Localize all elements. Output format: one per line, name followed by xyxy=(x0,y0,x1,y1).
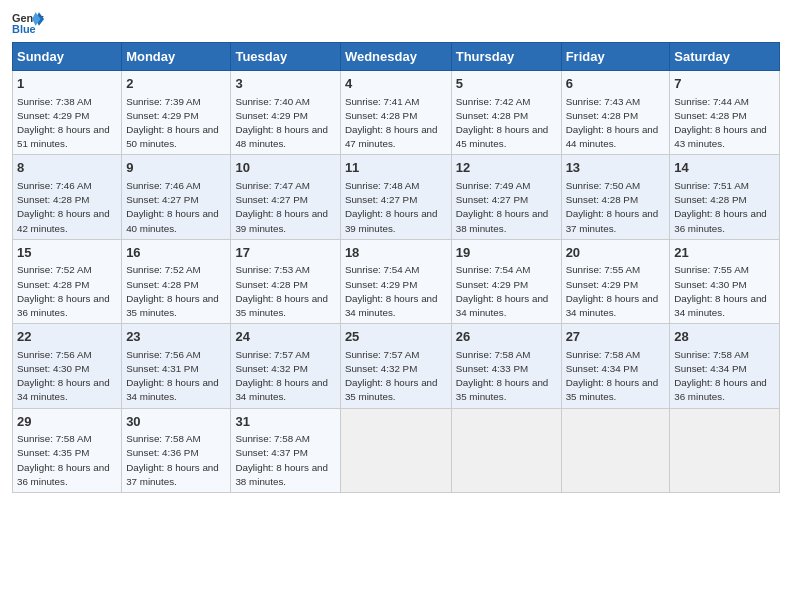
day-number: 12 xyxy=(456,159,557,177)
day-info: Sunrise: 7:55 AMSunset: 4:29 PMDaylight:… xyxy=(566,264,659,318)
day-info: Sunrise: 7:58 AMSunset: 4:34 PMDaylight:… xyxy=(674,349,767,403)
day-info: Sunrise: 7:46 AMSunset: 4:28 PMDaylight:… xyxy=(17,180,110,234)
calendar-cell: 23Sunrise: 7:56 AMSunset: 4:31 PMDayligh… xyxy=(122,324,231,408)
day-info: Sunrise: 7:48 AMSunset: 4:27 PMDaylight:… xyxy=(345,180,438,234)
svg-text:Blue: Blue xyxy=(12,23,36,35)
calendar-cell: 31Sunrise: 7:58 AMSunset: 4:37 PMDayligh… xyxy=(231,408,340,492)
day-info: Sunrise: 7:40 AMSunset: 4:29 PMDaylight:… xyxy=(235,96,328,150)
calendar-cell xyxy=(451,408,561,492)
day-info: Sunrise: 7:58 AMSunset: 4:36 PMDaylight:… xyxy=(126,433,219,487)
day-number: 7 xyxy=(674,75,775,93)
day-info: Sunrise: 7:53 AMSunset: 4:28 PMDaylight:… xyxy=(235,264,328,318)
day-info: Sunrise: 7:50 AMSunset: 4:28 PMDaylight:… xyxy=(566,180,659,234)
day-info: Sunrise: 7:56 AMSunset: 4:30 PMDaylight:… xyxy=(17,349,110,403)
calendar-cell: 7Sunrise: 7:44 AMSunset: 4:28 PMDaylight… xyxy=(670,71,780,155)
day-info: Sunrise: 7:54 AMSunset: 4:29 PMDaylight:… xyxy=(456,264,549,318)
day-number: 3 xyxy=(235,75,335,93)
day-header-saturday: Saturday xyxy=(670,43,780,71)
day-number: 17 xyxy=(235,244,335,262)
calendar-cell: 19Sunrise: 7:54 AMSunset: 4:29 PMDayligh… xyxy=(451,239,561,323)
day-header-monday: Monday xyxy=(122,43,231,71)
day-info: Sunrise: 7:38 AMSunset: 4:29 PMDaylight:… xyxy=(17,96,110,150)
calendar-cell: 26Sunrise: 7:58 AMSunset: 4:33 PMDayligh… xyxy=(451,324,561,408)
day-header-friday: Friday xyxy=(561,43,670,71)
calendar-cell: 6Sunrise: 7:43 AMSunset: 4:28 PMDaylight… xyxy=(561,71,670,155)
calendar-cell: 17Sunrise: 7:53 AMSunset: 4:28 PMDayligh… xyxy=(231,239,340,323)
calendar-week-2: 8Sunrise: 7:46 AMSunset: 4:28 PMDaylight… xyxy=(13,155,780,239)
calendar-week-5: 29Sunrise: 7:58 AMSunset: 4:35 PMDayligh… xyxy=(13,408,780,492)
calendar-cell: 30Sunrise: 7:58 AMSunset: 4:36 PMDayligh… xyxy=(122,408,231,492)
day-number: 10 xyxy=(235,159,335,177)
day-info: Sunrise: 7:39 AMSunset: 4:29 PMDaylight:… xyxy=(126,96,219,150)
day-number: 22 xyxy=(17,328,117,346)
day-number: 13 xyxy=(566,159,666,177)
day-info: Sunrise: 7:58 AMSunset: 4:34 PMDaylight:… xyxy=(566,349,659,403)
day-info: Sunrise: 7:57 AMSunset: 4:32 PMDaylight:… xyxy=(345,349,438,403)
day-header-wednesday: Wednesday xyxy=(340,43,451,71)
day-number: 28 xyxy=(674,328,775,346)
calendar-body: 1Sunrise: 7:38 AMSunset: 4:29 PMDaylight… xyxy=(13,71,780,493)
calendar-week-4: 22Sunrise: 7:56 AMSunset: 4:30 PMDayligh… xyxy=(13,324,780,408)
day-info: Sunrise: 7:51 AMSunset: 4:28 PMDaylight:… xyxy=(674,180,767,234)
day-number: 9 xyxy=(126,159,226,177)
day-number: 27 xyxy=(566,328,666,346)
day-number: 11 xyxy=(345,159,447,177)
calendar-cell xyxy=(670,408,780,492)
calendar-cell: 5Sunrise: 7:42 AMSunset: 4:28 PMDaylight… xyxy=(451,71,561,155)
calendar-week-3: 15Sunrise: 7:52 AMSunset: 4:28 PMDayligh… xyxy=(13,239,780,323)
logo-icon: General Blue xyxy=(12,10,44,38)
day-info: Sunrise: 7:47 AMSunset: 4:27 PMDaylight:… xyxy=(235,180,328,234)
day-number: 5 xyxy=(456,75,557,93)
day-info: Sunrise: 7:58 AMSunset: 4:33 PMDaylight:… xyxy=(456,349,549,403)
calendar-cell: 1Sunrise: 7:38 AMSunset: 4:29 PMDaylight… xyxy=(13,71,122,155)
calendar-cell: 22Sunrise: 7:56 AMSunset: 4:30 PMDayligh… xyxy=(13,324,122,408)
day-info: Sunrise: 7:41 AMSunset: 4:28 PMDaylight:… xyxy=(345,96,438,150)
day-info: Sunrise: 7:52 AMSunset: 4:28 PMDaylight:… xyxy=(17,264,110,318)
day-number: 1 xyxy=(17,75,117,93)
calendar-cell: 10Sunrise: 7:47 AMSunset: 4:27 PMDayligh… xyxy=(231,155,340,239)
calendar-cell: 2Sunrise: 7:39 AMSunset: 4:29 PMDaylight… xyxy=(122,71,231,155)
calendar-cell: 27Sunrise: 7:58 AMSunset: 4:34 PMDayligh… xyxy=(561,324,670,408)
day-number: 29 xyxy=(17,413,117,431)
calendar-cell: 12Sunrise: 7:49 AMSunset: 4:27 PMDayligh… xyxy=(451,155,561,239)
day-number: 24 xyxy=(235,328,335,346)
day-number: 4 xyxy=(345,75,447,93)
day-info: Sunrise: 7:55 AMSunset: 4:30 PMDaylight:… xyxy=(674,264,767,318)
calendar-cell: 20Sunrise: 7:55 AMSunset: 4:29 PMDayligh… xyxy=(561,239,670,323)
calendar-cell: 13Sunrise: 7:50 AMSunset: 4:28 PMDayligh… xyxy=(561,155,670,239)
day-number: 25 xyxy=(345,328,447,346)
calendar-cell: 11Sunrise: 7:48 AMSunset: 4:27 PMDayligh… xyxy=(340,155,451,239)
day-number: 16 xyxy=(126,244,226,262)
calendar-header: SundayMondayTuesdayWednesdayThursdayFrid… xyxy=(13,43,780,71)
day-info: Sunrise: 7:58 AMSunset: 4:35 PMDaylight:… xyxy=(17,433,110,487)
day-header-sunday: Sunday xyxy=(13,43,122,71)
day-number: 20 xyxy=(566,244,666,262)
calendar-cell: 4Sunrise: 7:41 AMSunset: 4:28 PMDaylight… xyxy=(340,71,451,155)
day-number: 18 xyxy=(345,244,447,262)
calendar-cell xyxy=(340,408,451,492)
calendar-cell: 24Sunrise: 7:57 AMSunset: 4:32 PMDayligh… xyxy=(231,324,340,408)
day-number: 26 xyxy=(456,328,557,346)
calendar-table: SundayMondayTuesdayWednesdayThursdayFrid… xyxy=(12,42,780,493)
day-header-tuesday: Tuesday xyxy=(231,43,340,71)
calendar-cell: 28Sunrise: 7:58 AMSunset: 4:34 PMDayligh… xyxy=(670,324,780,408)
day-info: Sunrise: 7:43 AMSunset: 4:28 PMDaylight:… xyxy=(566,96,659,150)
day-number: 6 xyxy=(566,75,666,93)
day-number: 2 xyxy=(126,75,226,93)
day-info: Sunrise: 7:56 AMSunset: 4:31 PMDaylight:… xyxy=(126,349,219,403)
day-header-thursday: Thursday xyxy=(451,43,561,71)
day-info: Sunrise: 7:49 AMSunset: 4:27 PMDaylight:… xyxy=(456,180,549,234)
calendar-cell: 21Sunrise: 7:55 AMSunset: 4:30 PMDayligh… xyxy=(670,239,780,323)
calendar-cell: 3Sunrise: 7:40 AMSunset: 4:29 PMDaylight… xyxy=(231,71,340,155)
day-number: 19 xyxy=(456,244,557,262)
calendar-cell: 18Sunrise: 7:54 AMSunset: 4:29 PMDayligh… xyxy=(340,239,451,323)
day-info: Sunrise: 7:58 AMSunset: 4:37 PMDaylight:… xyxy=(235,433,328,487)
calendar-cell: 25Sunrise: 7:57 AMSunset: 4:32 PMDayligh… xyxy=(340,324,451,408)
day-number: 31 xyxy=(235,413,335,431)
calendar-cell: 8Sunrise: 7:46 AMSunset: 4:28 PMDaylight… xyxy=(13,155,122,239)
calendar-cell: 16Sunrise: 7:52 AMSunset: 4:28 PMDayligh… xyxy=(122,239,231,323)
day-number: 8 xyxy=(17,159,117,177)
logo: General Blue xyxy=(12,10,44,38)
day-number: 15 xyxy=(17,244,117,262)
calendar-cell xyxy=(561,408,670,492)
